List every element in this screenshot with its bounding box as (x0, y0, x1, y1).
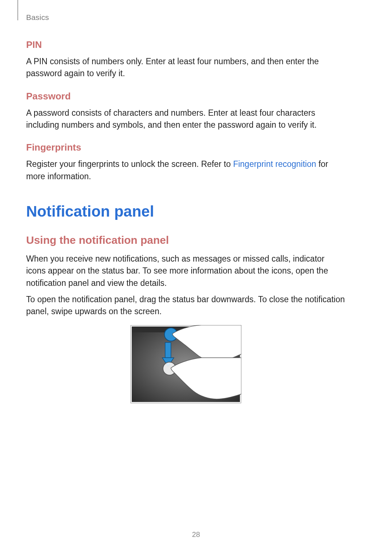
page-number: 28 (0, 530, 392, 539)
illustration-notification-swipe: 10:00 (130, 325, 241, 403)
heading-password: Password (26, 91, 346, 102)
fingerprints-text-before: Register your fingerprints to unlock the… (26, 159, 233, 169)
body-password: A password consists of characters and nu… (26, 107, 346, 131)
page-content: PIN A PIN consists of numbers only. Ente… (26, 39, 346, 403)
section-title-notification-panel: Notification panel (26, 203, 346, 220)
body-fingerprints: Register your fingerprints to unlock the… (26, 158, 346, 182)
para-notification-1: When you receive new notifications, such… (26, 253, 346, 289)
svg-rect-5 (165, 342, 171, 358)
breadcrumb: Basics (26, 13, 49, 22)
header-tab-mark (17, 0, 18, 20)
link-fingerprint-recognition[interactable]: Fingerprint recognition (233, 159, 316, 169)
heading-fingerprints: Fingerprints (26, 142, 346, 153)
body-pin: A PIN consists of numbers only. Enter at… (26, 56, 346, 80)
section-subtitle-using-notification-panel: Using the notification panel (26, 234, 346, 246)
para-notification-2: To open the notification panel, drag the… (26, 294, 346, 318)
heading-pin: PIN (26, 39, 346, 50)
